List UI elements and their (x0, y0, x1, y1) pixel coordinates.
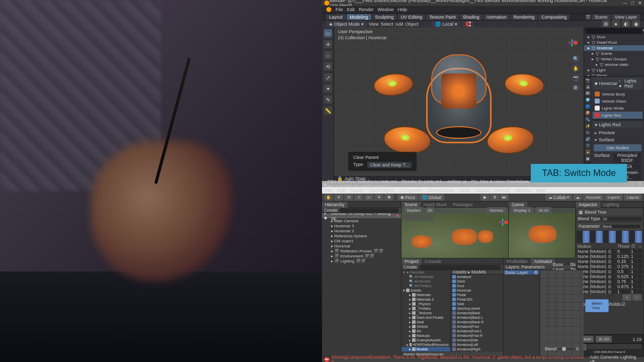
collab-dropdown[interactable]: ☁ Collab ▾ (545, 194, 573, 201)
hovercar-mesh[interactable] (373, 46, 544, 156)
hierarchy-item[interactable]: ▸ Hovercar 3 (322, 223, 401, 228)
operator-panel[interactable]: Clear Parent Type Clear and Keep T... (348, 152, 417, 171)
asset-item[interactable]: Armature|Back (451, 311, 503, 315)
scale-tool-icon[interactable]: ⤢ (324, 73, 332, 81)
asset-item[interactable]: Armature|Left (451, 342, 503, 347)
anim-layers-tab[interactable]: Layers (506, 264, 519, 269)
speed-field[interactable]: 1 (630, 254, 637, 258)
asset-item[interactable]: Steering wheel (451, 306, 503, 311)
pan-icon[interactable]: ✋ (572, 64, 580, 72)
favorites-header[interactable]: ▾ ★ Favorites (401, 270, 450, 275)
folder-item[interactable]: ▸ Materials 2 (401, 297, 450, 302)
favorite-item[interactable]: 🔍 All Materials (401, 275, 450, 279)
mirror-toggle[interactable] (637, 279, 642, 284)
motion-field[interactable]: None (Motion) ⊙ (577, 249, 616, 253)
mirror-toggle[interactable] (637, 289, 642, 294)
project-tab[interactable]: Project (401, 258, 422, 264)
particle-tab-icon[interactable]: ✨ (585, 123, 591, 129)
asset-item[interactable]: Armature|Idle (451, 338, 503, 342)
outliner-item[interactable]: ▸ ▽ Scene (584, 51, 644, 56)
menu-help[interactable]: Help (398, 7, 408, 12)
error-icon[interactable]: ⛔ (324, 357, 330, 362)
folder-item[interactable]: ▸ Seat (401, 320, 450, 324)
scene-view[interactable]: Shaded 2D Gizmos (401, 208, 509, 258)
step-icon[interactable]: ⏭ (500, 194, 509, 201)
mirror-toggle[interactable] (637, 259, 642, 263)
menu-render[interactable]: Render (359, 7, 374, 12)
menu-file[interactable]: File (336, 7, 343, 12)
hierarchy-item[interactable]: ▸ 🎬 Lighting 🎬🎬 (322, 258, 401, 263)
custom-tool-icon[interactable]: ✖ (384, 194, 393, 201)
blend-tree-node[interactable]: Blend Tree (585, 299, 608, 312)
asset-item[interactable]: Armature|Fwd-L (451, 329, 503, 333)
res-dropdown[interactable]: 16:10 (535, 207, 551, 214)
favorite-item[interactable]: 🔍 All Prefabs (401, 284, 450, 288)
rect-tool-icon[interactable]: ▭ (364, 194, 373, 201)
modifier-tab-icon[interactable]: 🔧 (585, 117, 591, 122)
surface-toggle[interactable]: ▾ Surface (593, 136, 642, 143)
u-menu-edit[interactable]: Edit (338, 188, 346, 193)
u-menu-assets[interactable]: Assets (350, 188, 364, 193)
material-tab-icon[interactable]: ● (585, 149, 591, 155)
data-tab-icon[interactable]: ▽ (585, 143, 591, 148)
sc-tool-2[interactable] (411, 215, 418, 221)
zoom-icon[interactable]: 🔍 (572, 55, 580, 63)
u-menu-cinemachine[interactable]: Cinemachine (428, 188, 454, 193)
p-create[interactable]: Create (404, 264, 417, 269)
animator-tab[interactable]: Animator (531, 258, 555, 264)
measure-tool-icon[interactable]: 📏 (324, 107, 332, 115)
project-search[interactable] (419, 265, 501, 269)
thresh-field[interactable]: 0.25 (616, 259, 629, 263)
constraint-tab-icon[interactable]: 🔗 (585, 136, 591, 142)
mode-dropdown[interactable]: ◈ Object Mode ▾ (326, 21, 367, 27)
display-dropdown[interactable]: Display 1 (511, 207, 533, 214)
rotate-tool-icon[interactable]: ⟲ (324, 62, 332, 70)
thresh-field[interactable]: 0.5 (616, 269, 629, 274)
folder-item[interactable]: ▸ _Prefabs (401, 306, 450, 311)
render-tab-icon[interactable]: 📷 (585, 77, 591, 83)
folder-item[interactable]: ▸ ExampleAssets (401, 338, 450, 342)
hdr-object[interactable]: Object (405, 22, 418, 27)
filter-icon[interactable]: ▼ (642, 28, 644, 33)
mirror-toggle[interactable] (637, 284, 642, 289)
add-motion-icon[interactable]: + (622, 294, 631, 301)
hierarchy-item[interactable]: ▸ CM vcam1 (322, 238, 401, 243)
hierarchy-item[interactable]: ▸ Reference Sphere (322, 233, 401, 238)
folder-item[interactable]: ▸ Materials (401, 293, 450, 297)
select-tool-icon[interactable]: ▭ (324, 29, 332, 37)
scene-root[interactable]: ▾ ◈ Blender To Unity m1 -- setting up ● (322, 213, 401, 218)
probuilder-tab[interactable]: ProBuilder (504, 258, 531, 264)
speed-field[interactable]: 1 (630, 274, 637, 279)
timeline-scrubber[interactable] (588, 344, 641, 349)
u-scale-tool-icon[interactable]: ⤢ (354, 194, 363, 201)
sc-tool-4[interactable] (426, 215, 433, 221)
shaded-dropdown[interactable]: Shaded (404, 207, 424, 214)
ws-uv[interactable]: UV Editing (398, 14, 426, 20)
hierarchy-item[interactable]: ▸ Hovercar (322, 243, 401, 248)
move-tool-icon[interactable]: ↔ (324, 51, 332, 59)
cursor-tool-icon[interactable]: ✛ (324, 40, 332, 48)
console-tab[interactable]: Console (422, 258, 444, 264)
speed-field[interactable]: 1 (630, 259, 637, 263)
hdr-view[interactable]: View (369, 22, 378, 27)
folder-item[interactable]: ▸ Art (401, 329, 450, 333)
scene-tab-icon[interactable]: 🌍 (585, 97, 591, 103)
folder-item[interactable]: ▸ Vehicle (401, 324, 450, 329)
annotate-tool-icon[interactable]: ✎ (324, 96, 332, 104)
persp-icon[interactable]: ⊞ (572, 83, 580, 92)
world-tab-icon[interactable]: 🔵 (585, 104, 591, 109)
folder-item[interactable]: ▸ Models (401, 347, 450, 351)
scene-gizmo[interactable] (493, 216, 505, 228)
hand-tool-icon[interactable]: ✋ (324, 194, 333, 201)
blend-type-field[interactable]: 1D (601, 217, 641, 221)
param-field[interactable]: Blend (601, 225, 640, 228)
thresh-field[interactable]: 0.875 (616, 284, 629, 289)
assetstore-tab[interactable]: Asset Store (421, 202, 450, 208)
account-dropdown[interactable]: Account (583, 194, 604, 201)
mirror-toggle[interactable] (637, 269, 642, 274)
outliner-item[interactable]: ▸ ▽ Dwarf Root (584, 40, 644, 45)
layers-dropdown[interactable]: Layers (605, 194, 623, 201)
blend-graph[interactable] (577, 231, 642, 243)
material-slot[interactable]: Lights White (593, 105, 642, 112)
asset-item[interactable]: Dash (451, 279, 503, 284)
